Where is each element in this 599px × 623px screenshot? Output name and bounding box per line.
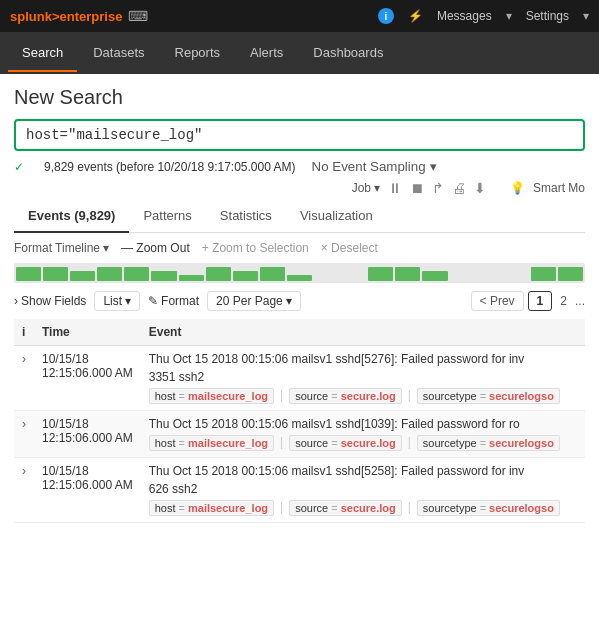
share-icon[interactable]: ↱ (432, 180, 444, 196)
deselect-button[interactable]: × Deselect (321, 241, 378, 255)
row-time-cell: 10/15/1812:15:06.000 AM (34, 458, 141, 523)
show-fields-label: Show Fields (21, 294, 86, 308)
zoom-selection-label: + Zoom to Selection (202, 241, 309, 255)
list-label: List (103, 294, 122, 308)
format-button[interactable]: ✎ Format (148, 294, 199, 308)
field-val: secure.log (341, 390, 396, 402)
chevron-down-icon: ▾ (125, 294, 131, 308)
field-key: source (295, 390, 328, 402)
nav-item-dashboards[interactable]: Dashboards (299, 35, 397, 72)
chevron-down-icon: ▾ (286, 294, 292, 308)
prev-label: < Prev (480, 294, 515, 308)
nav-bar: Search Datasets Reports Alerts Dashboard… (0, 32, 599, 74)
timeline-segment (206, 267, 231, 281)
messages-link[interactable]: Messages (437, 9, 492, 23)
controls-row: › Show Fields List ▾ ✎ Format 20 Per Pag… (14, 291, 585, 311)
per-page-dropdown[interactable]: 20 Per Page ▾ (207, 291, 301, 311)
logo-product: enterprise (60, 9, 123, 24)
row-event-cell: Thu Oct 15 2018 00:15:06 mailsv1 sshd[52… (141, 346, 585, 411)
page-title: New Search (14, 86, 585, 109)
field-badge: source = secure.log (289, 388, 402, 404)
job-label: Job (352, 181, 371, 195)
field-divider: | (408, 435, 411, 451)
prev-page-button[interactable]: < Prev (471, 291, 524, 311)
list-dropdown-button[interactable]: List ▾ (94, 291, 140, 311)
tab-statistics[interactable]: Statistics (206, 200, 286, 233)
table-row: ›10/15/1812:15:06.000 AM Thu Oct 15 2018… (14, 411, 585, 458)
download-icon[interactable]: ⬇ (474, 180, 486, 196)
event-fields: host = mailsecure_log | source = secure.… (149, 435, 577, 451)
info-icon[interactable]: i (378, 8, 394, 24)
job-button[interactable]: Job ▾ (352, 181, 380, 195)
field-key: host (155, 390, 176, 402)
expand-button[interactable]: › (22, 352, 26, 366)
row-expand-cell: › (14, 346, 34, 411)
field-divider: | (280, 435, 283, 451)
field-divider: | (280, 500, 283, 516)
field-badge: source = secure.log (289, 500, 402, 516)
nav-item-alerts[interactable]: Alerts (236, 35, 297, 72)
field-badge: sourcetype = securelogso (417, 500, 560, 516)
field-eq: = (480, 390, 486, 402)
code-icon[interactable]: ⌨ (128, 8, 148, 24)
print-icon[interactable]: 🖨 (452, 180, 466, 196)
time-date: 10/15/18 (42, 417, 89, 431)
th-time: Time (34, 319, 141, 346)
field-eq: = (331, 502, 337, 514)
timeline-segment (233, 271, 258, 281)
timeline-segment (422, 271, 447, 281)
settings-link[interactable]: Settings (526, 9, 569, 23)
events-table: i Time Event ›10/15/1812:15:06.000 AM Th… (14, 319, 585, 523)
event-count-row: ✓ 9,829 events (before 10/20/18 9:17:05.… (14, 159, 585, 174)
pencil-icon: ✎ (148, 294, 158, 308)
format-timeline-button[interactable]: Format Timeline ▾ (14, 241, 109, 255)
tab-events[interactable]: Events (9,829) (14, 200, 129, 233)
th-info: i (14, 319, 34, 346)
page-1-button[interactable]: 1 (528, 291, 553, 311)
row-event-cell: Thu Oct 15 2018 00:15:06 mailsv1 sshd[52… (141, 458, 585, 523)
timeline-segment (287, 275, 312, 281)
time-clock: 12:15:06.000 AM (42, 431, 133, 445)
show-fields-button[interactable]: › Show Fields (14, 294, 86, 308)
field-badge: source = secure.log (289, 435, 402, 451)
row-event-cell: Thu Oct 15 2018 00:15:06 mailsv1 sshd[10… (141, 411, 585, 458)
expand-button[interactable]: › (22, 464, 26, 478)
field-eq: = (331, 390, 337, 402)
format-timeline-label: Format Timeline (14, 241, 100, 255)
pause-icon[interactable]: ⏸ (388, 180, 402, 196)
zoom-selection-button[interactable]: + Zoom to Selection (202, 241, 309, 255)
event-count-text: 9,829 events (before 10/20/18 9:17:05.00… (44, 160, 296, 174)
no-sampling-dropdown[interactable]: No Event Sampling ▾ (312, 159, 437, 174)
nav-item-datasets[interactable]: Datasets (79, 35, 158, 72)
activity-icon[interactable]: ⚡ (408, 9, 423, 23)
field-val: secure.log (341, 502, 396, 514)
page-2-button[interactable]: 2 (556, 292, 571, 310)
bulb-icon: 💡 (510, 181, 525, 195)
event-extra: 3351 ssh2 (149, 370, 539, 384)
nav-item-reports[interactable]: Reports (161, 35, 235, 72)
nav-item-search[interactable]: Search (8, 35, 77, 72)
field-eq: = (179, 437, 185, 449)
time-date: 10/15/18 (42, 352, 89, 366)
smart-mode-label[interactable]: Smart Mo (533, 181, 585, 195)
field-key: host (155, 502, 176, 514)
stop-icon[interactable]: ⏹ (410, 180, 424, 196)
job-row: Job ▾ ⏸ ⏹ ↱ 🖨 ⬇ 💡 Smart Mo (14, 180, 585, 196)
tabs-row: Events (9,829) Patterns Statistics Visua… (14, 200, 585, 233)
timeline-segment (70, 271, 95, 281)
expand-button[interactable]: › (22, 417, 26, 431)
row-expand-cell: › (14, 458, 34, 523)
chevron-right-icon: › (14, 294, 18, 308)
search-input[interactable] (26, 127, 573, 143)
row-time-cell: 10/15/1812:15:06.000 AM (34, 346, 141, 411)
field-badge: host = mailsecure_log (149, 435, 274, 451)
timeline-segment (16, 267, 41, 281)
per-page-label: 20 Per Page (216, 294, 283, 308)
field-key: sourcetype (423, 437, 477, 449)
zoom-out-button[interactable]: — Zoom Out (121, 241, 190, 255)
tab-patterns[interactable]: Patterns (129, 200, 205, 233)
tab-visualization[interactable]: Visualization (286, 200, 387, 233)
timeline-segment (558, 267, 583, 281)
field-key: source (295, 437, 328, 449)
event-text: Thu Oct 15 2018 00:15:06 mailsv1 sshd[52… (149, 352, 539, 366)
